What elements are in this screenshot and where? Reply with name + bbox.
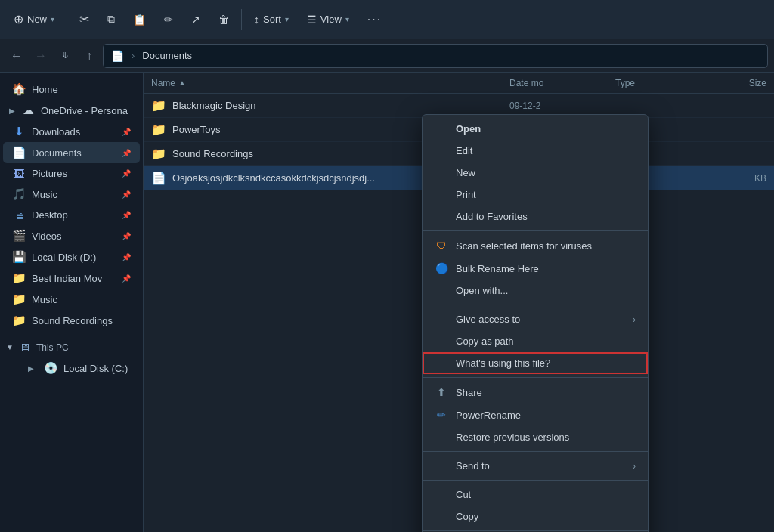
copy-icon: ⧉ [107, 13, 115, 26]
ctx-copypath[interactable]: Copy as path [423, 330, 648, 352]
localdisk-icon: 💾 [12, 250, 26, 264]
ctx-label: Cut [456, 489, 471, 500]
ctx-label: Copy as path [456, 336, 514, 347]
scan-icon: 🛡 [435, 240, 448, 252]
context-menu: Open Edit New Print Add to Favorites 🛡 [422, 114, 649, 532]
up-button[interactable]: ↑ [79, 45, 100, 66]
file-size: KB [706, 173, 766, 184]
ctx-powerrename[interactable]: ✏ PowerRename [423, 404, 648, 426]
column-date-label: Date mo [509, 78, 543, 88]
ctx-label: Give access to [456, 314, 520, 325]
new-button[interactable]: ⊕ New ▾ [6, 8, 62, 31]
view-arrow-icon: ▾ [345, 15, 349, 23]
sidebar-item-label: Pictures [32, 168, 116, 179]
pin-icon: 📌 [122, 169, 131, 178]
sidebar-item-music2[interactable]: 📁 Music [3, 289, 140, 310]
rename-button[interactable]: ✏ [156, 9, 181, 30]
ctx-label: Print [456, 189, 476, 200]
sidebar-item-pictures[interactable]: 🖼 Pictures 📌 [3, 163, 140, 184]
videos-icon: 🎬 [12, 229, 26, 243]
sidebar-item-videos[interactable]: 🎬 Videos 📌 [3, 225, 140, 246]
ctx-edit[interactable]: Edit [423, 140, 648, 162]
back-button[interactable]: ← [6, 45, 27, 66]
sort-arrow-icon: ▾ [285, 15, 289, 23]
cut-button[interactable]: ✂ [72, 8, 97, 31]
ctx-share[interactable]: ⬆ Share [423, 381, 648, 404]
sidebar-item-desktop[interactable]: 🖥 Desktop 📌 [3, 205, 140, 225]
address-bar[interactable]: 📄 › Documents [103, 44, 768, 68]
ctx-favorites[interactable]: Add to Favorites [423, 206, 648, 227]
ctx-separator [423, 305, 648, 305]
ctx-new[interactable]: New [423, 162, 648, 184]
music-icon: 🎵 [12, 187, 26, 201]
bulk-rename-icon: 🔵 [435, 262, 448, 274]
col-type-header[interactable]: Type [615, 78, 706, 88]
ctx-label: What's using this file? [456, 357, 550, 369]
new-icon: ⊕ [14, 12, 23, 26]
ctx-scan[interactable]: 🛡 Scan selected items for viruses [423, 234, 648, 257]
sidebar-item-soundrecordings[interactable]: 📁 Sound Recordings [3, 310, 140, 331]
pin-icon: 📌 [122, 253, 131, 261]
sidebar-item-label: Local Disk (D:) [32, 252, 116, 263]
share-button[interactable]: ↗ [184, 9, 208, 30]
sidebar-item-label: Music [32, 294, 131, 305]
sidebar-item-bestindian[interactable]: 📁 Best Indian Mov 📌 [3, 268, 140, 289]
address-separator: › [132, 50, 135, 61]
ctx-cut[interactable]: Cut [423, 484, 648, 506]
view-icon: ☰ [307, 14, 317, 26]
sidebar-item-home[interactable]: 🏠 Home [3, 79, 140, 100]
ctx-open[interactable]: Open [423, 118, 648, 140]
sidebar-item-localc[interactable]: ▶ 💿 Local Disk (C:) [3, 357, 140, 379]
col-date-header[interactable]: Date mo [509, 78, 615, 88]
view-label: View [320, 14, 342, 25]
more-icon: ··· [367, 13, 382, 26]
ctx-label: Bulk Rename Here [456, 263, 539, 274]
ctx-separator [423, 530, 648, 531]
paste-button[interactable]: 📋 [125, 9, 153, 30]
folder-icon: 📁 [12, 271, 26, 285]
ctx-bulk-rename[interactable]: 🔵 Bulk Rename Here [423, 257, 648, 280]
submenu-arrow-icon: › [633, 314, 636, 325]
view-button[interactable]: ☰ View ▾ [299, 9, 357, 30]
ctx-whatsusing[interactable]: What's using this file? [423, 352, 648, 374]
thispc-icon: 🖥 [18, 341, 32, 354]
sidebar: 🏠 Home ▶ ☁ OneDrive - Persona ⬇ Download… [0, 73, 144, 532]
ctx-label: Send to [456, 460, 490, 472]
ctx-access[interactable]: Give access to › [423, 308, 648, 330]
copy-button[interactable]: ⧉ [100, 8, 122, 30]
forward-button[interactable]: → [30, 45, 51, 66]
sidebar-item-documents[interactable]: 📄 Documents 📌 [3, 142, 140, 163]
pin-icon: 📌 [122, 190, 131, 199]
ctx-sendto[interactable]: Send to › [423, 455, 648, 477]
downloads-icon: ⬇ [12, 125, 26, 138]
sidebar-item-label: Downloads [32, 126, 116, 138]
folder-music-icon: 📁 [12, 292, 26, 306]
ctx-label: Share [456, 387, 482, 398]
powerrename-icon: ✏ [435, 409, 448, 421]
ctx-print[interactable]: Print [423, 184, 648, 206]
delete-icon: 🗑 [218, 14, 229, 26]
recent-button[interactable]: ⤋ [54, 45, 76, 66]
folder-sound-icon: 📁 [12, 314, 26, 327]
sort-icon: ↕ [254, 14, 259, 26]
folder-icon: 📁 [151, 147, 166, 161]
toolbar: ⊕ New ▾ ✂ ⧉ 📋 ✏ ↗ 🗑 ↕ Sort ▾ ☰ View ▾ ··… [0, 0, 774, 39]
sort-button[interactable]: ↕ Sort ▾ [246, 9, 296, 30]
ctx-copy[interactable]: Copy [423, 506, 648, 527]
col-size-header[interactable]: Size [706, 78, 766, 88]
ctx-restore[interactable]: Restore previous versions [423, 426, 648, 448]
sidebar-item-music[interactable]: 🎵 Music 📌 [3, 184, 140, 205]
sidebar-group-thispc[interactable]: ▼ 🖥 This PC [0, 337, 143, 357]
cut-icon: ✂ [79, 12, 89, 26]
ctx-openwith[interactable]: Open with... [423, 280, 648, 302]
ctx-label: New [456, 167, 475, 178]
sidebar-item-localdisk[interactable]: 💾 Local Disk (D:) 📌 [3, 246, 140, 268]
sidebar-item-downloads[interactable]: ⬇ Downloads 📌 [3, 121, 140, 142]
col-name-header[interactable]: Name ▲ [151, 78, 509, 88]
address-path: Documents [142, 50, 192, 61]
delete-button[interactable]: 🗑 [211, 9, 237, 30]
sidebar-item-onedrive[interactable]: ▶ ☁ OneDrive - Persona [3, 100, 140, 121]
paste-icon: 📋 [133, 14, 146, 26]
file-name: Blackmagic Design [172, 100, 509, 111]
more-button[interactable]: ··· [360, 8, 389, 31]
